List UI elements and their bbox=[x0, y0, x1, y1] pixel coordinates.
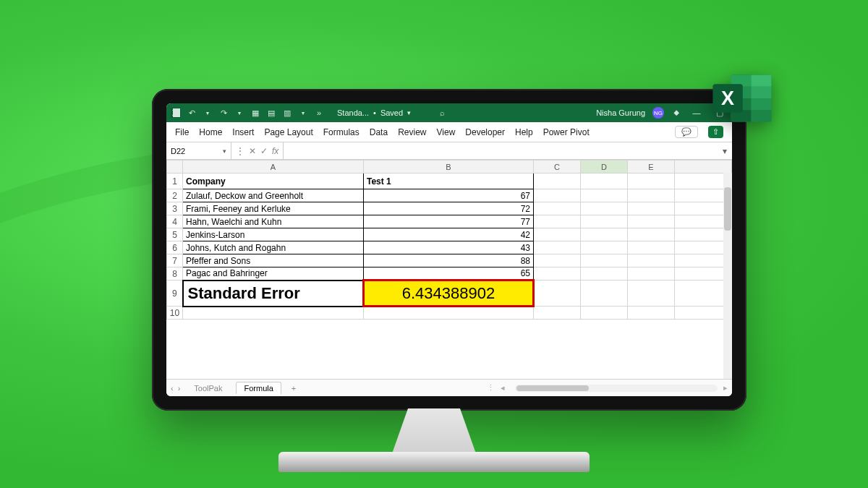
share-button[interactable]: ⇧ bbox=[708, 126, 723, 138]
cell[interactable]: 42 bbox=[364, 228, 534, 241]
col-header-b[interactable]: B bbox=[364, 160, 534, 174]
result-label-cell[interactable]: Standard Error bbox=[183, 281, 364, 307]
row-header[interactable]: 9 bbox=[167, 281, 183, 307]
cell[interactable]: Jenkins-Larson bbox=[183, 228, 364, 241]
hscroll-left-icon[interactable]: ◂ bbox=[501, 383, 505, 393]
tab-insert[interactable]: Insert bbox=[232, 127, 254, 137]
qat-button-2[interactable]: ▤ bbox=[266, 108, 276, 118]
cell[interactable]: Pfeffer and Sons bbox=[183, 254, 364, 267]
tab-view[interactable]: View bbox=[437, 127, 456, 137]
col-header-d[interactable]: D bbox=[581, 160, 628, 174]
sheet-tab-formula[interactable]: Formula bbox=[236, 382, 281, 394]
tab-review[interactable]: Review bbox=[398, 127, 426, 137]
formula-bar[interactable] bbox=[284, 142, 718, 159]
result-value-cell[interactable]: 6.434388902 bbox=[364, 281, 534, 307]
cell[interactable]: Johns, Kutch and Rogahn bbox=[183, 241, 364, 254]
qat-dd-icon[interactable]: ▾ bbox=[298, 108, 308, 118]
row-header[interactable]: 5 bbox=[167, 228, 183, 241]
excel-app-icon: X bbox=[171, 108, 181, 118]
col-header-rest[interactable] bbox=[675, 160, 732, 174]
table-row: 5 Jenkins-Larson 42 bbox=[167, 228, 732, 241]
table-row: 6 Johns, Kutch and Rogahn 43 bbox=[167, 241, 732, 254]
cell[interactable]: Pagac and Bahringer bbox=[183, 267, 364, 281]
sheet-tab-toolpak[interactable]: ToolPak bbox=[186, 382, 230, 394]
qat-more-icon[interactable]: » bbox=[314, 108, 324, 118]
cell-a1[interactable]: Company bbox=[183, 174, 364, 189]
fx-icon[interactable]: fx bbox=[272, 146, 278, 156]
prev-sheet-icon[interactable]: ‹ bbox=[171, 384, 174, 393]
avatar[interactable]: NG bbox=[652, 107, 664, 119]
quick-access-toolbar: X ↶ ▾ ↷ ▾ ▦ ▤ ▥ ▾ » bbox=[171, 108, 324, 118]
name-box[interactable]: D22 ▾ bbox=[166, 142, 231, 159]
diamond-icon[interactable]: ⯁ bbox=[671, 108, 681, 118]
minimize-button[interactable]: — bbox=[689, 108, 705, 117]
row-header[interactable]: 10 bbox=[167, 307, 183, 320]
doc-status-separator: • bbox=[373, 108, 376, 117]
hscroll-right-icon[interactable]: ▸ bbox=[723, 383, 728, 393]
enter-icon[interactable]: ✓ bbox=[260, 146, 268, 156]
tab-page-layout[interactable]: Page Layout bbox=[264, 127, 312, 137]
cell[interactable]: 67 bbox=[364, 189, 534, 202]
col-header-e[interactable]: E bbox=[628, 160, 675, 174]
tab-file[interactable]: File bbox=[175, 127, 189, 137]
cell[interactable]: 72 bbox=[364, 202, 534, 215]
name-box-value: D22 bbox=[171, 147, 185, 155]
table-row: 8 Pagac and Bahringer 65 bbox=[167, 267, 732, 281]
cell[interactable]: Frami, Feeney and Kerluke bbox=[183, 202, 364, 215]
next-sheet-icon[interactable]: › bbox=[178, 384, 181, 393]
chevron-down-icon[interactable]: ▾ bbox=[223, 147, 226, 155]
cell[interactable]: 88 bbox=[364, 254, 534, 267]
redo-icon[interactable]: ↷ bbox=[218, 108, 229, 118]
formula-bar-row: D22 ▾ ⋮ ✕ ✓ fx ▾ bbox=[166, 142, 732, 160]
horizontal-scrollbar[interactable] bbox=[515, 385, 718, 392]
col-header-a[interactable]: A bbox=[183, 160, 364, 174]
row-header[interactable]: 7 bbox=[167, 254, 183, 267]
cancel-icon[interactable]: ✕ bbox=[249, 146, 256, 156]
tab-developer[interactable]: Developer bbox=[465, 127, 505, 137]
cell[interactable]: 77 bbox=[364, 215, 534, 228]
search-icon[interactable]: ⌕ bbox=[437, 108, 447, 118]
scrollbar-thumb[interactable] bbox=[516, 385, 589, 391]
row-header[interactable]: 3 bbox=[167, 202, 183, 215]
undo-icon[interactable]: ↶ bbox=[187, 108, 197, 118]
svg-rect-7 bbox=[752, 87, 772, 98]
row-header[interactable]: 4 bbox=[167, 215, 183, 228]
col-header-row: A B C D E bbox=[167, 160, 732, 174]
worksheet[interactable]: A B C D E 1 Company Test 1 bbox=[166, 160, 732, 320]
qat-button-3[interactable]: ▥ bbox=[282, 108, 292, 118]
select-all-corner[interactable] bbox=[167, 160, 183, 174]
row-header[interactable]: 6 bbox=[167, 241, 183, 254]
cell[interactable]: 43 bbox=[364, 241, 534, 254]
sheet-grip-icon[interactable]: ⋮ bbox=[487, 383, 495, 393]
comments-button[interactable]: 💬 bbox=[675, 126, 698, 138]
svg-rect-5 bbox=[752, 75, 772, 87]
row-header[interactable]: 8 bbox=[167, 267, 183, 281]
share-icon: ⇧ bbox=[712, 127, 719, 137]
cell-b1[interactable]: Test 1 bbox=[364, 174, 534, 189]
scrollbar-thumb[interactable] bbox=[724, 187, 731, 231]
row-header[interactable]: 1 bbox=[167, 174, 183, 189]
tab-home[interactable]: Home bbox=[199, 127, 222, 137]
monitor-frame: X ↶ ▾ ↷ ▾ ▦ ▤ ▥ ▾ » Standa... • Saved ▾ … bbox=[152, 89, 746, 411]
tab-data[interactable]: Data bbox=[370, 127, 388, 137]
cell[interactable]: Zulauf, Deckow and Greenholt bbox=[183, 189, 364, 202]
cell[interactable]: Hahn, Waelchi and Kuhn bbox=[183, 215, 364, 228]
undo-dd-icon[interactable]: ▾ bbox=[203, 108, 213, 118]
doc-status: Saved bbox=[380, 108, 403, 117]
tab-help[interactable]: Help bbox=[515, 127, 533, 137]
ribbon-tabs: File Home Insert Page Layout Formulas Da… bbox=[166, 122, 732, 142]
vertical-scrollbar[interactable] bbox=[723, 173, 732, 379]
col-header-c[interactable]: C bbox=[534, 160, 581, 174]
doc-status-dd-icon[interactable]: ▾ bbox=[407, 109, 411, 116]
expand-formula-bar-icon[interactable]: ▾ bbox=[718, 146, 732, 156]
tab-power-pivot[interactable]: Power Pivot bbox=[543, 127, 590, 137]
table-row: 10 bbox=[167, 307, 732, 320]
tab-formulas[interactable]: Formulas bbox=[323, 127, 359, 137]
cell[interactable]: 65 bbox=[364, 267, 534, 281]
user-name[interactable]: Nisha Gurung bbox=[596, 108, 645, 117]
redo-dd-icon[interactable]: ▾ bbox=[234, 108, 244, 118]
row-header[interactable]: 2 bbox=[167, 189, 183, 202]
qat-button-1[interactable]: ▦ bbox=[250, 108, 260, 118]
formula-buttons: ⋮ ✕ ✓ fx bbox=[231, 142, 284, 159]
add-sheet-button[interactable]: + bbox=[287, 384, 300, 393]
